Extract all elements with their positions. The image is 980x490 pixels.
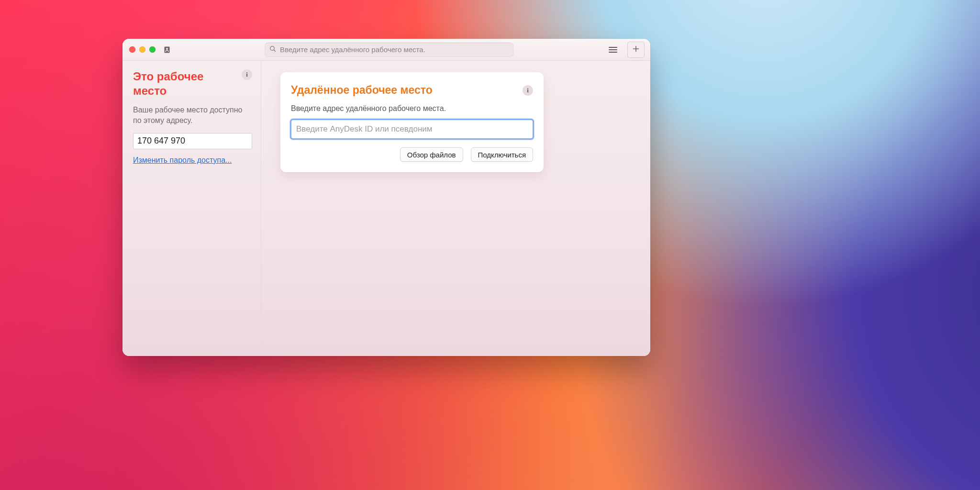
remote-address-input[interactable] [291,120,533,139]
connect-button[interactable]: Подключиться [471,147,533,162]
remote-desk-buttons: Обзор файлов Подключиться [291,147,533,162]
menu-button[interactable] [606,44,620,56]
change-access-password-link[interactable]: Изменить пароль доступа... [133,156,232,165]
new-tab-button[interactable] [627,42,645,58]
address-book-icon [163,46,171,54]
remote-desk-card: Удалённое рабочее место i Введите адрес … [280,72,544,172]
titlebar [122,39,650,61]
remote-desk-info-button[interactable]: i [523,85,533,96]
fullscreen-window-button[interactable] [149,46,156,53]
this-desk-description: Ваше рабочее место доступно по этому адр… [133,105,252,126]
anydesk-window: Это рабочее место i Ваше рабочее место д… [122,39,650,356]
address-search[interactable] [265,43,513,57]
svg-point-1 [166,48,168,50]
address-book-button[interactable] [160,44,174,56]
browse-files-button[interactable]: Обзор файлов [400,147,463,162]
address-search-input[interactable] [280,45,509,54]
info-icon: i [246,71,248,78]
info-icon: i [527,87,529,94]
search-icon [269,45,276,54]
svg-line-3 [274,50,275,51]
window-body: Это рабочее место i Ваше рабочее место д… [122,61,650,356]
this-desk-info-button[interactable]: i [242,69,252,80]
this-desk-id-field[interactable]: 170 647 970 [133,133,252,149]
close-window-button[interactable] [129,46,135,53]
this-desk-panel: Это рабочее место i Ваше рабочее место д… [122,61,261,356]
remote-desk-title: Удалённое рабочее место [291,84,433,97]
plus-icon [633,45,639,54]
main-area: Удалённое рабочее место i Введите адрес … [261,61,650,356]
hamburger-icon [609,46,617,53]
window-controls [129,46,156,53]
minimize-window-button[interactable] [139,46,145,53]
this-desk-title: Это рабочее место [133,69,224,98]
remote-desk-description: Введите адрес удалённого рабочего места. [291,104,533,113]
